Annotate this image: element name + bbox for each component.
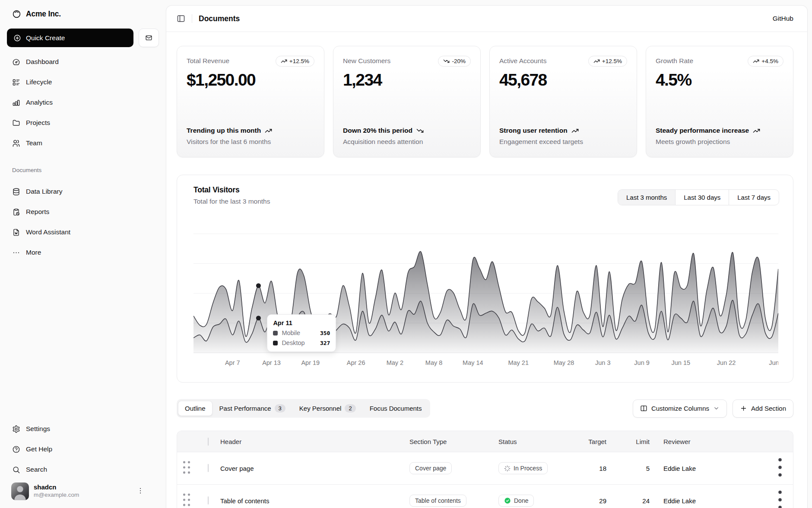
select-all-checkbox[interactable]	[208, 438, 209, 446]
user-options-icon[interactable]	[136, 487, 144, 495]
tab-label: Outline	[185, 405, 206, 412]
row-limit-cell[interactable]: 5	[608, 465, 651, 472]
sidebar-item-reports[interactable]: Reports	[7, 202, 159, 221]
sidebar: Acme Inc. Quick Create DashboardLifecycl…	[0, 0, 166, 508]
table-header-row: HeaderSection TypeStatusTargetLimitRevie…	[177, 431, 793, 452]
sidebar-item-search[interactable]: Search	[7, 460, 159, 479]
database-icon	[12, 188, 20, 196]
row-header-cell[interactable]: Cover page	[220, 465, 409, 472]
range-option-last-30-days[interactable]: Last 30 days	[675, 190, 729, 205]
svg-text:Jun 3: Jun 3	[595, 359, 610, 366]
row-reviewer-cell[interactable]: Eddie Lake	[651, 465, 767, 472]
brand[interactable]: Acme Inc.	[7, 7, 159, 21]
stat-value: 1,234	[343, 70, 471, 89]
tab-focus-documents[interactable]: Focus Documents	[363, 401, 429, 416]
trend-badge: +12.5%	[588, 56, 627, 67]
stat-label: New Customers	[343, 56, 390, 65]
row-drag-cell	[177, 490, 196, 508]
github-link[interactable]: GitHub	[773, 15, 793, 22]
sidebar-item-lifecycle[interactable]: Lifecycle	[7, 73, 159, 92]
sidebar-item-analytics[interactable]: Analytics	[7, 93, 159, 112]
trend-badge-value: +4.5%	[761, 58, 778, 64]
status-label: In Process	[514, 465, 542, 472]
column-header-header: Header	[220, 438, 409, 445]
trend-badge: +4.5%	[748, 56, 783, 67]
sidebar-item-data-library[interactable]: Data Library	[7, 182, 159, 201]
tab-label: Past Performance	[219, 405, 271, 412]
inbox-button[interactable]	[139, 29, 159, 47]
quick-create-button[interactable]: Quick Create	[7, 29, 133, 47]
stat-card-new-customers: New Customers-20%1,234Down 20% this peri…	[333, 46, 481, 157]
sidebar-item-projects[interactable]: Projects	[7, 113, 159, 132]
stat-footer-title: Strong user retention	[499, 126, 627, 135]
svg-text:Apr 26: Apr 26	[347, 359, 365, 366]
row-menu-icon[interactable]	[767, 474, 793, 482]
stat-value: $1,250.00	[187, 70, 314, 89]
sidebar-item-team[interactable]: Team	[7, 134, 159, 153]
stat-card-top: Total Revenue+12.5%	[187, 56, 314, 67]
column-header-limit: Limit	[608, 438, 651, 445]
svg-text:May 8: May 8	[425, 359, 443, 366]
trending-up-icon	[281, 58, 287, 64]
area-chart[interactable]: Apr 7Apr 13Apr 19Apr 26May 2May 8May 14M…	[193, 230, 778, 369]
row-target-cell[interactable]: 29	[572, 497, 608, 505]
row-header-cell[interactable]: Table of contents	[220, 497, 409, 505]
stat-footer-text: Down 20% this period	[343, 126, 412, 135]
row-actions-cell	[767, 487, 793, 508]
stat-footer-text: Trending up this month	[187, 126, 261, 135]
tab-key-personnel[interactable]: Key Personnel2	[292, 400, 363, 416]
tooltip-row: Mobile350	[273, 329, 330, 336]
sidebar-item-label: Lifecycle	[26, 78, 52, 86]
sidebar-item-label: Get Help	[26, 445, 52, 453]
folder-icon	[12, 119, 20, 127]
search-icon	[12, 466, 20, 474]
main-panel: Documents GitHub Total Revenue+12.5%$1,2…	[166, 5, 808, 508]
tooltip-series-name: Mobile	[282, 329, 316, 336]
row-section-type-cell: Table of contents	[409, 495, 498, 507]
sidebar-nav-footer: SettingsGet HelpSearch	[7, 419, 159, 479]
sidebar-item-more[interactable]: More	[7, 243, 159, 262]
stat-footer-desc: Engagement exceed targets	[499, 138, 627, 146]
grip-vertical-icon[interactable]	[177, 471, 196, 478]
sidebar-nav-documents: Data LibraryReportsWord AssistantMore	[7, 182, 159, 262]
status-badge: Done	[498, 495, 534, 507]
content: Total Revenue+12.5%$1,250.00Trending up …	[166, 32, 807, 508]
sidebar-item-label: Reports	[26, 208, 49, 216]
sidebar-spacer	[7, 262, 159, 414]
tooltip-series-value: 350	[320, 330, 330, 336]
row-target-cell[interactable]: 18	[572, 465, 608, 472]
sidebar-section-label: Documents	[7, 167, 159, 173]
chart-bar-icon	[12, 99, 20, 107]
row-actions-cell	[767, 454, 793, 482]
sidebar-item-label: Search	[26, 466, 47, 473]
sidebar-item-label: More	[26, 249, 41, 256]
grip-vertical-icon[interactable]	[177, 503, 196, 508]
sidebar-item-get-help[interactable]: Get Help	[7, 440, 159, 459]
stat-card-total-revenue: Total Revenue+12.5%$1,250.00Trending up …	[177, 46, 324, 157]
sidebar-item-dashboard[interactable]: Dashboard	[7, 52, 159, 71]
row-checkbox[interactable]	[208, 464, 209, 472]
list-details-icon	[12, 78, 20, 86]
svg-text:Apr 13: Apr 13	[262, 359, 281, 366]
topbar: Documents GitHub	[166, 6, 807, 32]
stat-footer-desc: Meets growth projections	[656, 138, 783, 146]
row-checkbox[interactable]	[208, 496, 209, 505]
sidebar-item-word-assistant[interactable]: Word Assistant	[7, 223, 159, 242]
tab-outline[interactable]: Outline	[178, 401, 213, 416]
sidebar-item-label: Word Assistant	[26, 228, 70, 236]
row-limit-cell[interactable]: 24	[608, 497, 651, 505]
range-option-last-7-days[interactable]: Last 7 days	[729, 190, 779, 205]
range-option-last-3-months[interactable]: Last 3 months	[618, 190, 675, 205]
stat-footer-text: Strong user retention	[499, 126, 568, 135]
tab-past-performance[interactable]: Past Performance3	[213, 400, 292, 416]
brand-name: Acme Inc.	[26, 10, 61, 19]
sidebar-item-settings[interactable]: Settings	[7, 419, 159, 438]
sidebar-toggle-icon[interactable]	[177, 14, 185, 23]
user-menu[interactable]: shadcn m@example.com	[7, 479, 159, 502]
customize-columns-button[interactable]: Customize Columns	[633, 399, 727, 418]
acme-logo-icon	[12, 10, 21, 19]
svg-text:Apr 19: Apr 19	[301, 359, 320, 366]
add-section-button[interactable]: Add Section	[733, 399, 793, 418]
row-reviewer-cell[interactable]: Eddie Lake	[651, 497, 767, 505]
help-circle-icon	[12, 445, 20, 454]
